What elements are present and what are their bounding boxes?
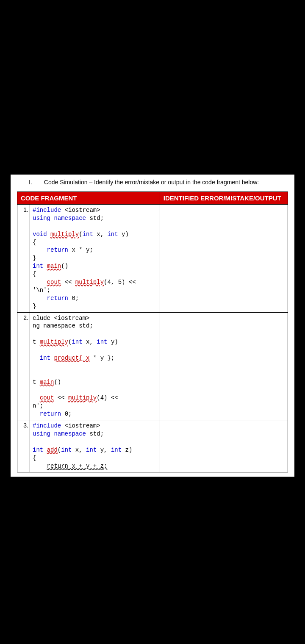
- instruction: I. Code Simulation – Identify the error/…: [17, 179, 288, 186]
- answer-cell[interactable]: [160, 312, 288, 420]
- table-row: 3. #include <iostream> using namespace s…: [17, 420, 288, 472]
- answer-cell[interactable]: [160, 205, 288, 313]
- table-row: 1. #include <iostream> using namespace s…: [17, 205, 288, 313]
- row-num: 1.: [17, 205, 30, 313]
- instruction-text: Code Simulation – Identify the error/mis…: [44, 179, 259, 186]
- instruction-roman: I.: [29, 179, 32, 186]
- row-num: 2.: [17, 312, 30, 420]
- code-fragment: #include <iostream> using namespace std;…: [30, 205, 160, 313]
- document-page: I. Code Simulation – Identify the error/…: [11, 175, 294, 477]
- code-fragment: clude <iostream> ng namespace std; t mul…: [30, 312, 160, 420]
- header-output: IDENTIFIED ERROR/MISTAKE/OUTPUT: [160, 192, 288, 205]
- table-row: 2. clude <iostream> ng namespace std; t …: [17, 312, 288, 420]
- answer-cell[interactable]: [160, 420, 288, 472]
- header-codefrag: CODE FRAGMENT: [17, 192, 160, 205]
- row-num: 3.: [17, 420, 30, 472]
- code-table: CODE FRAGMENT IDENTIFIED ERROR/MISTAKE/O…: [17, 192, 288, 472]
- code-fragment: #include <iostream> using namespace std;…: [30, 420, 160, 472]
